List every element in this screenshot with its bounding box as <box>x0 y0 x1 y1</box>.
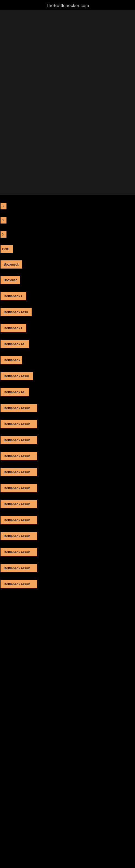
bottleneck-result-badge[interactable]: Bottleneck result <box>1 500 37 508</box>
result-row: Bottleneck result <box>1 468 135 476</box>
bottleneck-result-badge[interactable]: B <box>1 231 6 238</box>
bottleneck-result-badge[interactable]: Bottleneck result <box>1 436 37 444</box>
bottleneck-result-badge[interactable]: Bottleneck result <box>1 420 37 428</box>
chart-area <box>0 10 135 195</box>
bottleneck-result-badge[interactable]: Bottleneck <box>1 260 22 269</box>
result-row: Bottleneck <box>1 356 135 364</box>
result-row: Bottleneck result <box>1 532 135 540</box>
result-row: Bottleneck <box>1 260 135 269</box>
result-row: B <box>1 217 135 223</box>
bottleneck-result-badge[interactable]: B <box>1 217 6 223</box>
bottleneck-result-badge[interactable]: Bottleneck resu <box>1 308 32 316</box>
result-row: Bottleneck result <box>1 484 135 492</box>
result-row: Bottleneck result <box>1 452 135 460</box>
result-row: Bottl <box>1 245 135 253</box>
result-row: Bottleneck r <box>1 324 135 332</box>
bottleneck-result-badge[interactable]: Bottleneck result <box>1 580 37 588</box>
result-row: Bottleneck result <box>1 420 135 428</box>
result-row: Bottleneck resul <box>1 372 135 380</box>
bottleneck-result-badge[interactable]: Bottleneck r <box>1 292 26 300</box>
bottleneck-result-badge[interactable]: Bottleneck r <box>1 324 26 332</box>
result-row: Bottleneck result <box>1 500 135 508</box>
bottleneck-result-badge[interactable]: Bottleneck <box>1 356 22 364</box>
result-row: B <box>1 231 135 238</box>
result-row: Bottlenec <box>1 276 135 284</box>
result-row: Bottleneck result <box>1 404 135 412</box>
bottleneck-result-badge[interactable]: Bottleneck result <box>1 468 37 476</box>
result-row: Bottleneck result <box>1 564 135 572</box>
bottleneck-result-badge[interactable]: Bottleneck re <box>1 340 29 348</box>
result-row: Bottleneck result <box>1 580 135 588</box>
bottleneck-result-badge[interactable]: B <box>1 203 6 209</box>
result-row: Bottleneck result <box>1 516 135 524</box>
result-row: Bottleneck re <box>1 340 135 348</box>
bottleneck-result-badge[interactable]: Bottleneck result <box>1 404 37 412</box>
result-row: Bottleneck r <box>1 292 135 300</box>
result-row: B <box>1 203 135 209</box>
result-row: Bottleneck result <box>1 436 135 444</box>
bottleneck-result-badge[interactable]: Bottleneck result <box>1 484 37 492</box>
results-section: B B B Bottl Bottleneck Bottlenec Bottlen… <box>0 195 135 588</box>
bottleneck-result-badge[interactable]: Bottleneck resul <box>1 372 33 380</box>
result-row: Bottleneck resu <box>1 308 135 316</box>
bottleneck-result-badge[interactable]: Bottleneck result <box>1 452 37 460</box>
result-row: Bottleneck result <box>1 548 135 556</box>
bottleneck-result-badge[interactable]: Bottleneck result <box>1 532 37 540</box>
result-row: Bottleneck re <box>1 388 135 396</box>
bottleneck-result-badge[interactable]: Bottl <box>1 245 13 253</box>
bottleneck-result-badge[interactable]: Bottlenec <box>1 276 20 284</box>
bottleneck-result-badge[interactable]: Bottleneck re <box>1 388 29 396</box>
bottleneck-result-badge[interactable]: Bottleneck result <box>1 564 37 572</box>
bottleneck-result-badge[interactable]: Bottleneck result <box>1 516 37 524</box>
bottleneck-result-badge[interactable]: Bottleneck result <box>1 548 37 556</box>
site-title: TheBottlenecker.com <box>0 0 135 10</box>
